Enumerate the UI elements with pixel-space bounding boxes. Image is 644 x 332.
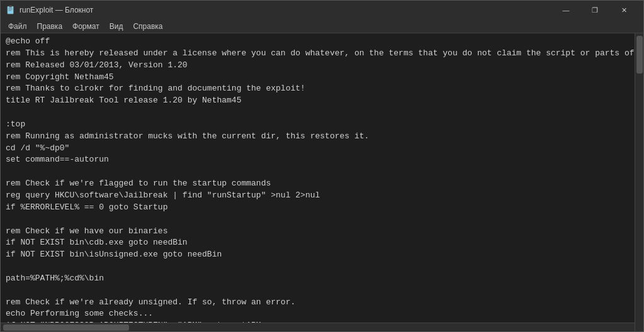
menu-help[interactable]: Справка xyxy=(128,21,167,32)
title-bar: runExploit — Блокнот — ❐ ✕ xyxy=(1,1,643,19)
menu-view[interactable]: Вид xyxy=(105,21,128,32)
menu-format[interactable]: Формат xyxy=(67,21,105,32)
scrollbar-corner xyxy=(635,323,643,331)
window-controls: — ❐ ✕ xyxy=(551,1,638,19)
menu-edit[interactable]: Правка xyxy=(32,21,68,32)
editor-area: @echo off rem This is hereby released un… xyxy=(1,33,643,323)
main-window: runExploit — Блокнот — ❐ ✕ Файл Правка Ф… xyxy=(0,0,644,332)
text-editor[interactable]: @echo off rem This is hereby released un… xyxy=(1,33,635,323)
scrollbar-track-x xyxy=(3,324,632,331)
window-title: runExploit — Блокнот xyxy=(20,6,551,14)
svg-rect-0 xyxy=(8,6,14,14)
close-button[interactable]: ✕ xyxy=(609,1,638,19)
minimize-button[interactable]: — xyxy=(551,1,580,19)
vertical-scrollbar[interactable] xyxy=(635,33,643,323)
menu-bar: Файл Правка Формат Вид Справка xyxy=(1,19,643,33)
svg-rect-1 xyxy=(9,6,11,8)
notepad-icon xyxy=(6,5,16,15)
menu-file[interactable]: Файл xyxy=(3,21,32,32)
restore-button[interactable]: ❐ xyxy=(580,1,609,19)
scrollbar-thumb-x[interactable] xyxy=(3,324,129,331)
bottom-bar xyxy=(1,323,643,331)
scrollbar-thumb-y[interactable] xyxy=(636,36,643,74)
horizontal-scrollbar[interactable] xyxy=(1,323,635,331)
